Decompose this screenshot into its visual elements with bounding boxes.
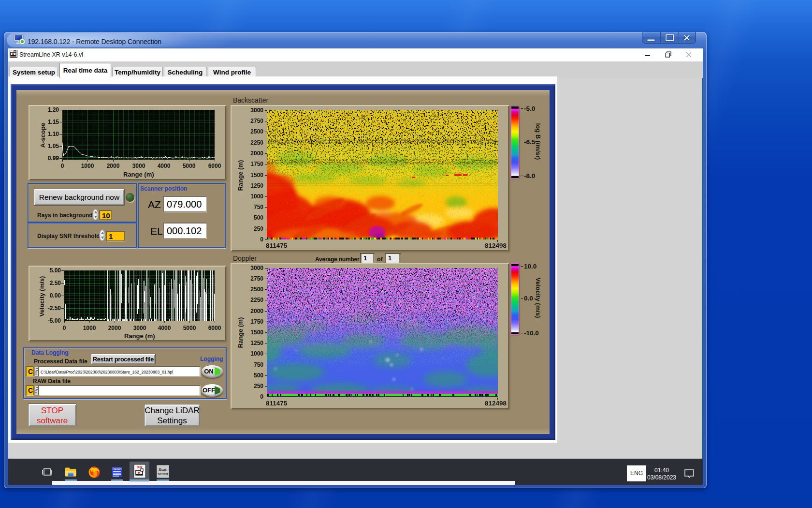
svg-text:VETER: VETER [113,468,121,470]
